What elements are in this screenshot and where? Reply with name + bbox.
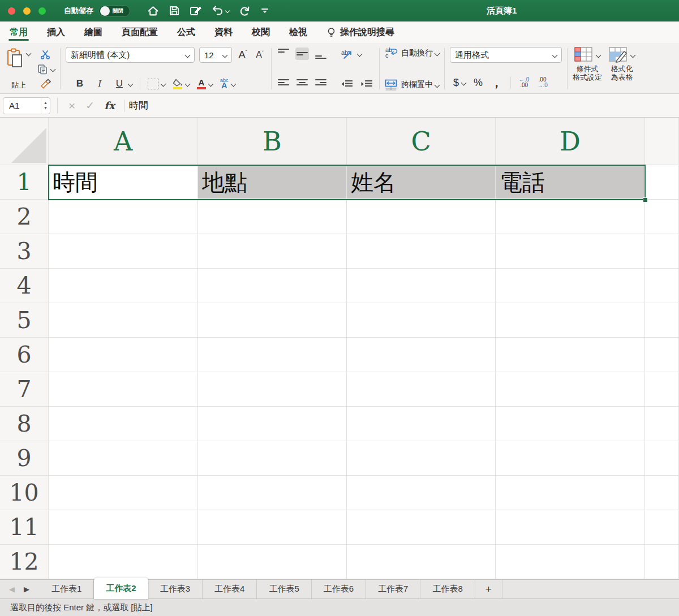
cell-col-d[interactable] — [496, 200, 645, 234]
align-center-icon[interactable] — [295, 78, 309, 91]
row-header[interactable]: 4 — [0, 269, 49, 303]
font-name-combo[interactable]: 新細明體 (本文) — [66, 47, 195, 63]
cell-col-d[interactable] — [496, 269, 645, 303]
decrease-decimal-button[interactable]: ←.0.00 — [519, 77, 529, 89]
name-box[interactable]: A1 ▲▼ — [3, 97, 50, 114]
cell-c1[interactable]: 姓名 — [347, 165, 496, 200]
number-format-combo[interactable]: 通用格式 — [450, 47, 562, 63]
fill-color-dropdown-icon[interactable] — [185, 81, 191, 87]
cell-col-b[interactable] — [198, 545, 347, 579]
tab-formulas[interactable]: 公式 — [176, 21, 196, 43]
column-header-d[interactable]: D — [496, 118, 645, 165]
save-icon[interactable] — [169, 5, 180, 16]
column-header-c[interactable]: C — [347, 118, 496, 165]
phonetic-guide-icon[interactable]: abc A — [220, 79, 229, 89]
tab-insert[interactable]: 插入 — [46, 21, 66, 43]
row-header[interactable]: 9 — [0, 441, 49, 476]
text-orientation-icon[interactable]: ab — [340, 47, 354, 61]
undo-button[interactable] — [212, 5, 229, 16]
comma-format-button[interactable]: ， — [491, 75, 502, 91]
insert-function-icon[interactable]: fx — [104, 100, 114, 111]
font-size-combo[interactable]: 12 — [199, 47, 232, 63]
cell-col-e-partial[interactable] — [645, 407, 679, 441]
decrease-font-size-button[interactable]: Aˇ — [253, 48, 266, 62]
increase-font-size-button[interactable]: Aˆ — [237, 48, 249, 62]
cell-col-c[interactable] — [347, 303, 496, 338]
column-header-a[interactable]: A — [49, 118, 198, 165]
currency-format-button[interactable]: $ — [453, 77, 459, 89]
cell-col-e-partial[interactable] — [645, 476, 679, 510]
bold-button[interactable]: B — [74, 77, 86, 91]
percent-format-button[interactable]: % — [474, 77, 483, 89]
cell-col-d[interactable] — [496, 441, 645, 476]
row-header-1[interactable]: 1 — [0, 165, 49, 200]
font-color-icon[interactable]: A — [197, 78, 206, 89]
orientation-dropdown-icon[interactable] — [357, 51, 363, 57]
cell-col-d[interactable] — [496, 476, 645, 510]
fill-handle[interactable] — [643, 197, 648, 203]
cell-col-e-partial[interactable] — [645, 510, 679, 545]
sheet-tab-2-active[interactable]: 工作表2 — [94, 578, 148, 599]
font-color-dropdown-icon[interactable] — [208, 81, 214, 87]
borders-icon[interactable] — [148, 79, 158, 89]
cell-col-a[interactable] — [49, 200, 198, 234]
cell-col-c[interactable] — [347, 476, 496, 510]
align-top-icon[interactable] — [277, 48, 290, 60]
cell-e1-partial[interactable] — [645, 165, 679, 200]
cell-col-d[interactable] — [496, 372, 645, 407]
merge-center-button[interactable]: 跨欄置中 — [385, 79, 439, 91]
cell-col-e-partial[interactable] — [645, 269, 679, 303]
next-sheet-icon[interactable]: ▶ — [24, 585, 29, 593]
minimize-window-button[interactable] — [23, 7, 31, 15]
tab-home[interactable]: 常用 — [8, 21, 29, 43]
row-header[interactable]: 8 — [0, 407, 49, 441]
prev-sheet-icon[interactable]: ◀ — [9, 585, 15, 593]
tab-draw[interactable]: 繪圖 — [83, 21, 104, 43]
cell-col-e-partial[interactable] — [645, 545, 679, 579]
increase-indent-icon[interactable] — [359, 79, 374, 90]
home-icon[interactable] — [147, 5, 159, 17]
cell-b1[interactable]: 地點 — [198, 165, 347, 200]
italic-button[interactable]: I — [93, 77, 106, 91]
paste-button[interactable]: 貼上 — [7, 47, 31, 91]
select-all-corner[interactable] — [0, 118, 49, 165]
align-left-icon[interactable] — [277, 78, 290, 91]
row-header[interactable]: 7 — [0, 372, 49, 407]
cell-col-a[interactable] — [49, 372, 198, 407]
cell-col-a[interactable] — [49, 234, 198, 269]
close-window-button[interactable] — [8, 7, 15, 15]
wrap-text-button[interactable]: ab c 自動換行 — [385, 47, 439, 59]
paste-dropdown-icon[interactable] — [26, 51, 32, 57]
cell-col-a[interactable] — [49, 407, 198, 441]
row-header[interactable]: 2 — [0, 200, 49, 234]
cell-col-b[interactable] — [198, 407, 347, 441]
cut-icon[interactable] — [36, 49, 55, 61]
format-as-table-button[interactable]: 格式化 為表格 — [609, 47, 635, 91]
tab-review[interactable]: 校閱 — [251, 21, 271, 43]
cell-col-a[interactable] — [49, 476, 198, 510]
cell-col-d[interactable] — [496, 338, 645, 372]
cell-col-b[interactable] — [198, 441, 347, 476]
cell-col-e-partial[interactable] — [645, 338, 679, 372]
align-right-icon[interactable] — [314, 78, 328, 91]
cell-col-e-partial[interactable] — [645, 441, 679, 476]
sheet-tab-8[interactable]: 工作表8 — [420, 580, 475, 598]
currency-dropdown-icon[interactable] — [461, 80, 467, 85]
cell-col-c[interactable] — [347, 441, 496, 476]
borders-dropdown-icon[interactable] — [161, 81, 166, 87]
cell-col-a[interactable] — [49, 303, 198, 338]
fill-color-icon[interactable] — [173, 79, 183, 89]
redo-button[interactable] — [239, 5, 251, 17]
copy-icon[interactable] — [36, 63, 49, 76]
cell-col-e-partial[interactable] — [645, 372, 679, 407]
sheet-tab-5[interactable]: 工作表5 — [257, 580, 311, 598]
row-header[interactable]: 12 — [0, 545, 49, 579]
sheet-tab-4[interactable]: 工作表4 — [203, 580, 257, 598]
sheet-tab-6[interactable]: 工作表6 — [312, 580, 366, 598]
sheet-tab-3[interactable]: 工作表3 — [148, 580, 203, 598]
cell-col-d[interactable] — [496, 510, 645, 545]
add-sheet-button[interactable]: + — [475, 580, 502, 598]
column-header-b[interactable]: B — [198, 118, 347, 165]
cell-d1[interactable]: 電話 — [496, 165, 645, 200]
cell-col-b[interactable] — [198, 200, 347, 234]
